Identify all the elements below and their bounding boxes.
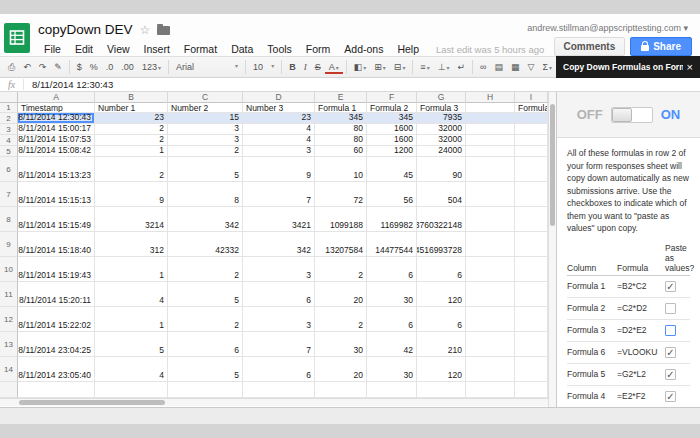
cell-g11[interactable]: 120 bbox=[417, 282, 466, 307]
cell-b2[interactable]: 23 bbox=[95, 113, 168, 124]
cell-h6[interactable] bbox=[466, 157, 515, 182]
paint-format-icon[interactable]: ✎ bbox=[50, 61, 66, 74]
cell-b7[interactable]: 9 bbox=[95, 182, 168, 207]
cell-h11[interactable] bbox=[466, 282, 515, 307]
menu-file[interactable]: File bbox=[37, 41, 68, 57]
cell-f13[interactable]: 42 bbox=[367, 332, 417, 357]
strikethrough-icon[interactable]: S bbox=[311, 61, 325, 74]
cell-e9[interactable]: 13207584 bbox=[315, 232, 367, 257]
cell-h3[interactable] bbox=[466, 124, 515, 135]
cell-b13[interactable]: 5 bbox=[95, 332, 168, 357]
column-header-f[interactable]: F bbox=[367, 92, 417, 103]
column-header-d[interactable]: D bbox=[243, 92, 315, 103]
cell-f15[interactable] bbox=[367, 382, 417, 398]
menu-help[interactable]: Help bbox=[390, 41, 426, 57]
cell-g9[interactable]: 4516993728 bbox=[417, 232, 466, 257]
print-icon[interactable]: ⎙ bbox=[4, 61, 19, 74]
cell-b8[interactable]: 3214 bbox=[95, 207, 168, 232]
vertical-scrollbar[interactable] bbox=[548, 92, 556, 407]
cell-e6[interactable]: 10 bbox=[315, 157, 367, 182]
close-icon[interactable]: × bbox=[687, 61, 693, 73]
cell-d12[interactable]: 3 bbox=[243, 307, 315, 332]
cell-i7[interactable] bbox=[515, 182, 548, 207]
row-header-13[interactable]: 13 bbox=[0, 332, 18, 357]
cell-g8[interactable]: 3760322148 bbox=[417, 207, 466, 232]
cell-c4[interactable]: 3 bbox=[168, 135, 243, 146]
menu-add-ons[interactable]: Add-ons bbox=[337, 41, 390, 57]
cell-e11[interactable]: 20 bbox=[315, 282, 367, 307]
cell-e4[interactable]: 80 bbox=[315, 135, 367, 146]
decrease-decimal-icon[interactable]: .0 bbox=[102, 61, 118, 74]
cell-c3[interactable]: 3 bbox=[168, 124, 243, 135]
cell-f6[interactable]: 45 bbox=[367, 157, 417, 182]
cell-g1[interactable]: Formula 3 bbox=[417, 103, 466, 113]
cell-c11[interactable]: 5 bbox=[168, 282, 243, 307]
cell-i10[interactable] bbox=[515, 257, 548, 282]
cell-b12[interactable]: 1 bbox=[95, 307, 168, 332]
number-format-icon[interactable]: 123▾ bbox=[138, 61, 165, 74]
row-header-8[interactable]: 8 bbox=[0, 207, 18, 232]
cell-c1[interactable]: Number 2 bbox=[168, 103, 243, 113]
cell-h14[interactable] bbox=[466, 357, 515, 382]
cell-a3[interactable]: 8/11/2014 15:00:17 bbox=[18, 124, 95, 135]
cell-f12[interactable]: 6 bbox=[367, 307, 417, 332]
cell-b11[interactable]: 4 bbox=[95, 282, 168, 307]
font-size-select[interactable]: 10▾ bbox=[249, 61, 278, 74]
cell-b9[interactable]: 312 bbox=[95, 232, 168, 257]
cell-d14[interactable]: 6 bbox=[243, 357, 315, 382]
cell-b6[interactable]: 2 bbox=[95, 157, 168, 182]
cell-h10[interactable] bbox=[466, 257, 515, 282]
cell-g4[interactable]: 32000 bbox=[417, 135, 466, 146]
cell-d11[interactable]: 6 bbox=[243, 282, 315, 307]
cell-h5[interactable] bbox=[466, 146, 515, 157]
cell-i1[interactable]: Formula 6 bbox=[515, 103, 548, 113]
cell-a7[interactable]: 8/11/2014 15:15:13 bbox=[18, 182, 95, 207]
cell-e10[interactable]: 2 bbox=[315, 257, 367, 282]
column-header-c[interactable]: C bbox=[168, 92, 243, 103]
cell-g10[interactable]: 6 bbox=[417, 257, 466, 282]
cell-c6[interactable]: 5 bbox=[168, 157, 243, 182]
cell-b15[interactable] bbox=[95, 382, 168, 398]
paste-as-values-checkbox[interactable]: ✓ bbox=[665, 391, 676, 402]
cell-f14[interactable]: 30 bbox=[367, 357, 417, 382]
row-header-5[interactable]: 5 bbox=[0, 146, 18, 157]
cell-d4[interactable]: 4 bbox=[243, 135, 315, 146]
cell-h12[interactable] bbox=[466, 307, 515, 332]
column-header-e[interactable]: E bbox=[315, 92, 367, 103]
horizontal-scrollbar[interactable] bbox=[0, 398, 548, 406]
font-family-select[interactable]: Arial▾ bbox=[172, 61, 242, 74]
paste-as-values-checkbox[interactable]: ✓ bbox=[665, 369, 676, 380]
cell-i11[interactable] bbox=[515, 282, 548, 307]
row-header-6[interactable]: 6 bbox=[0, 157, 18, 182]
cell-h8[interactable] bbox=[466, 207, 515, 232]
cell-c12[interactable]: 2 bbox=[168, 307, 243, 332]
insert-chart-icon[interactable]: ▦ bbox=[507, 61, 524, 74]
fill-color-icon[interactable]: ◧▾ bbox=[350, 61, 371, 74]
cell-e12[interactable]: 2 bbox=[315, 307, 367, 332]
cell-g2[interactable]: 7935 bbox=[417, 113, 466, 124]
cell-i3[interactable] bbox=[515, 124, 548, 135]
enable-toggle-switch[interactable] bbox=[611, 107, 653, 123]
cell-g12[interactable]: 6 bbox=[417, 307, 466, 332]
cell-a2[interactable]: 8/11/2014 12:30:43 bbox=[18, 113, 95, 124]
cell-g6[interactable]: 90 bbox=[417, 157, 466, 182]
cell-a8[interactable]: 8/11/2014 15:15:49 bbox=[18, 207, 95, 232]
menu-tools[interactable]: Tools bbox=[260, 41, 299, 57]
row-header-7[interactable]: 7 bbox=[0, 182, 18, 207]
row-header-10[interactable]: 10 bbox=[0, 257, 18, 282]
increase-decimal-icon[interactable]: .00 bbox=[117, 61, 138, 74]
cell-c5[interactable]: 2 bbox=[168, 146, 243, 157]
cell-e3[interactable]: 80 bbox=[315, 124, 367, 135]
cell-a15[interactable] bbox=[18, 382, 95, 398]
cell-i12[interactable] bbox=[515, 307, 548, 332]
cell-g14[interactable]: 120 bbox=[417, 357, 466, 382]
insert-comment-icon[interactable]: ▤ bbox=[490, 61, 507, 74]
cell-f9[interactable]: 14477544 bbox=[367, 232, 417, 257]
document-title[interactable]: copyDown DEV bbox=[38, 22, 133, 37]
menu-view[interactable]: View bbox=[100, 41, 137, 57]
cell-c2[interactable]: 15 bbox=[168, 113, 243, 124]
column-header-g[interactable]: G bbox=[417, 92, 466, 103]
cell-a4[interactable]: 8/11/2014 15:07:53 bbox=[18, 135, 95, 146]
column-header-b[interactable]: B bbox=[95, 92, 168, 103]
cell-d6[interactable]: 9 bbox=[243, 157, 315, 182]
